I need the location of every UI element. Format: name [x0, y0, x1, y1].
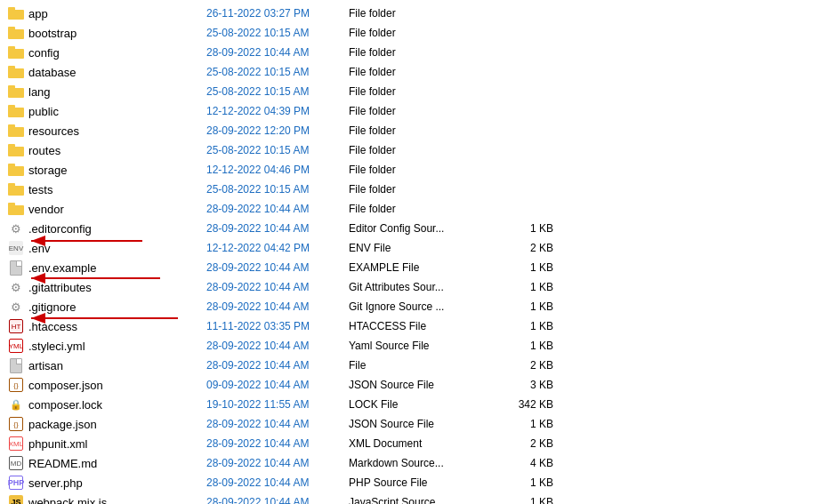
gear-icon: ⚙: [7, 278, 25, 296]
file-type: File folder: [349, 124, 491, 137]
file-row[interactable]: tests25-08-2022 10:15 AMFile folder: [0, 180, 814, 199]
file-row[interactable]: JSwebpack.mix.js28-09-2022 10:44 AMJavaS…: [0, 492, 814, 504]
file-date: 25-08-2022 10:15 AM: [206, 144, 349, 156]
file-name: artisan: [28, 359, 206, 372]
file-name: phpunit.xml: [28, 437, 206, 451]
file-name: .gitattributes: [28, 281, 206, 294]
file-name: .env: [28, 242, 206, 255]
js-icon: JS: [7, 493, 25, 504]
file-size: 2 KB: [491, 242, 553, 254]
file-date: 28-09-2022 10:44 AM: [206, 203, 349, 215]
file-date: 09-09-2022 10:44 AM: [206, 379, 349, 391]
file-row[interactable]: vendor28-09-2022 10:44 AMFile folder: [0, 199, 814, 219]
file-type: File folder: [349, 203, 491, 215]
file-row[interactable]: {}package.json28-09-2022 10:44 AMJSON So…: [0, 414, 814, 434]
file-name: .gitignore: [28, 300, 206, 314]
file-type: Git Attributes Sour...: [349, 281, 491, 293]
file-name: storage: [28, 164, 206, 177]
file-row[interactable]: PHPserver.php28-09-2022 10:44 AMPHP Sour…: [0, 473, 814, 492]
file-list: app26-11-2022 03:27 PMFile folderbootstr…: [0, 0, 814, 504]
file-row[interactable]: ⚙.editorconfig28-09-2022 10:44 AMEditor …: [0, 219, 814, 238]
folder-icon: [7, 44, 25, 61]
file-icon: [7, 356, 25, 374]
gear-icon: ⚙: [7, 220, 25, 237]
file-row[interactable]: ⚙.gitattributes28-09-2022 10:44 AMGit At…: [0, 277, 814, 297]
file-row[interactable]: ⚙.gitignore28-09-2022 10:44 AMGit Ignore…: [0, 297, 814, 316]
htaccess-icon: HT: [7, 317, 25, 335]
file-name: .editorconfig: [28, 222, 206, 236]
folder-icon: [7, 102, 25, 120]
file-row[interactable]: MDREADME.md28-09-2022 10:44 AMMarkdown S…: [0, 453, 814, 473]
file-row[interactable]: ENV.env12-12-2022 04:42 PMENV File2 KB: [0, 238, 814, 258]
file-name: resources: [28, 124, 206, 138]
folder-icon: [7, 4, 25, 22]
file-name: config: [28, 46, 206, 60]
file-type: File folder: [349, 7, 491, 20]
file-type: HTACCESS File: [349, 320, 491, 332]
file-row[interactable]: bootstrap25-08-2022 10:15 AMFile folder: [0, 23, 814, 43]
file-type: JavaScript Source ...: [349, 496, 491, 504]
file-type: File folder: [349, 183, 491, 196]
file-size: 1 KB: [491, 261, 553, 274]
file-name: tests: [28, 183, 206, 196]
file-date: 26-11-2022 03:27 PM: [206, 7, 349, 20]
yaml-icon: YML: [7, 337, 25, 355]
file-row[interactable]: public12-12-2022 04:39 PMFile folder: [0, 101, 814, 121]
file-date: 28-09-2022 10:44 AM: [206, 281, 349, 293]
file-type: Markdown Source...: [349, 457, 491, 469]
file-row[interactable]: 🔒composer.lock19-10-2022 11:55 AMLOCK Fi…: [0, 395, 814, 414]
file-size: 1 KB: [491, 418, 553, 430]
file-name: routes: [28, 144, 206, 157]
file-date: 28-09-2022 10:44 AM: [206, 437, 349, 450]
file-name: composer.lock: [28, 398, 206, 412]
file-row[interactable]: database25-08-2022 10:15 AMFile folder: [0, 62, 814, 82]
file-type: File folder: [349, 46, 491, 59]
file-row[interactable]: XMLphpunit.xml28-09-2022 10:44 AMXML Doc…: [0, 434, 814, 453]
folder-icon: [7, 180, 25, 198]
file-type: File folder: [349, 27, 491, 39]
file-type: ENV File: [349, 242, 491, 254]
file-size: 2 KB: [491, 359, 553, 372]
file-date: 28-09-2022 10:44 AM: [206, 457, 349, 469]
file-name: README.md: [28, 457, 206, 470]
md-icon: MD: [7, 454, 25, 472]
file-icon: [7, 259, 25, 276]
file-date: 28-09-2022 10:44 AM: [206, 359, 349, 372]
file-type: JSON Source File: [349, 418, 491, 430]
file-date: 28-09-2022 10:44 AM: [206, 46, 349, 59]
file-type: LOCK File: [349, 398, 491, 411]
file-row[interactable]: resources28-09-2022 12:20 PMFile folder: [0, 121, 814, 140]
file-row[interactable]: artisan28-09-2022 10:44 AMFile2 KB: [0, 356, 814, 375]
file-row[interactable]: app26-11-2022 03:27 PMFile folder: [0, 4, 814, 23]
file-type: File folder: [349, 144, 491, 156]
file-name: public: [28, 105, 206, 118]
file-row[interactable]: {}composer.json09-09-2022 10:44 AMJSON S…: [0, 375, 814, 395]
file-name: server.php: [28, 476, 206, 490]
file-row[interactable]: YML.styleci.yml28-09-2022 10:44 AMYaml S…: [0, 336, 814, 356]
file-row[interactable]: storage12-12-2022 04:46 PMFile folder: [0, 160, 814, 180]
file-name: vendor: [28, 203, 206, 216]
file-size: 1 KB: [491, 340, 553, 352]
file-date: 28-09-2022 10:44 AM: [206, 222, 349, 235]
lock-icon: 🔒: [7, 396, 25, 413]
gear-icon: ⚙: [7, 298, 25, 316]
file-size: 1 KB: [491, 320, 553, 332]
file-row[interactable]: lang25-08-2022 10:15 AMFile folder: [0, 82, 814, 101]
file-name: package.json: [28, 418, 206, 431]
file-type: File folder: [349, 85, 491, 98]
file-size: 1 KB: [491, 496, 553, 504]
file-type: File folder: [349, 164, 491, 176]
file-name: bootstrap: [28, 27, 206, 40]
file-row[interactable]: .env.example28-09-2022 10:44 AMEXAMPLE F…: [0, 258, 814, 277]
file-size: 1 KB: [491, 476, 553, 489]
file-date: 28-09-2022 10:44 AM: [206, 476, 349, 489]
file-name: composer.json: [28, 379, 206, 392]
file-size: 1 KB: [491, 222, 553, 235]
file-size: 3 KB: [491, 379, 553, 391]
file-row[interactable]: config28-09-2022 10:44 AMFile folder: [0, 43, 814, 62]
file-row[interactable]: HT.htaccess11-11-2022 03:35 PMHTACCESS F…: [0, 316, 814, 336]
file-row[interactable]: routes25-08-2022 10:15 AMFile folder: [0, 140, 814, 160]
php-icon: PHP: [7, 474, 25, 492]
file-name: .htaccess: [28, 320, 206, 333]
folder-icon: [7, 141, 25, 159]
